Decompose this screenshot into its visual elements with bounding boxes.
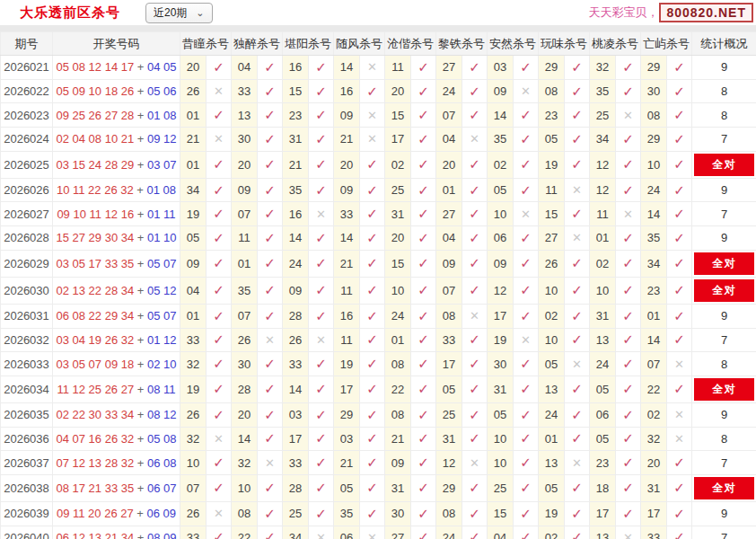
plus-sign: +: [134, 408, 147, 421]
kill-number-cell: 15: [488, 501, 514, 526]
kill-number-cell: 15: [539, 202, 565, 226]
hit-mark-icon: ✓: [411, 56, 436, 80]
promo-badge[interactable]: 800820.NET: [659, 3, 753, 22]
hit-mark-icon: ✓: [667, 451, 692, 475]
hit-mark-icon: ✓: [462, 151, 488, 178]
hit-mark-icon: ✓: [258, 56, 283, 80]
miss-mark-icon: ✕: [514, 202, 539, 226]
stat-cell: 8: [692, 79, 756, 103]
range-select-value: 近20期: [154, 5, 187, 21]
hit-mark-icon: ✓: [360, 474, 385, 501]
hit-mark-icon: ✓: [565, 526, 590, 539]
hit-mark-icon: ✓: [462, 474, 488, 501]
hit-mark-icon: ✓: [514, 376, 539, 402]
period-cell: 2026025: [1, 151, 53, 178]
kill-number-cell: 12: [436, 451, 462, 475]
stat-cell: 9: [692, 178, 756, 202]
hit-mark-icon: ✓: [462, 526, 488, 539]
kill-number-cell: 10: [590, 277, 616, 304]
kill-number-cell: 22: [385, 376, 411, 402]
kill-number-cell: 17: [641, 501, 667, 526]
kill-number-cell: 32: [232, 451, 258, 475]
kill-number-cell: 14: [334, 56, 360, 80]
hit-mark-icon: ✓: [462, 277, 488, 304]
front-numbers: 11 12 25 26 27: [57, 383, 134, 396]
kill-number-cell: 16: [334, 79, 360, 103]
front-numbers: 03 05 17 33 35: [56, 257, 134, 270]
draw-numbers-cell: 02 13 22 28 34 + 05 12: [53, 277, 180, 304]
promo-area: 天天彩宝贝，天 800820.NET: [588, 0, 753, 25]
miss-mark-icon: ✕: [616, 526, 641, 539]
hit-mark-icon: ✓: [514, 226, 539, 251]
hit-mark-icon: ✓: [258, 526, 283, 539]
front-numbers: 02 13 22 28 34: [56, 284, 134, 297]
hit-mark-icon: ✓: [309, 79, 334, 103]
period-cell: 2026031: [1, 304, 53, 328]
hit-mark-icon: ✓: [616, 250, 641, 277]
hit-mark-icon: ✓: [411, 178, 436, 202]
hit-mark-icon: ✓: [667, 376, 692, 402]
hit-mark-icon: ✓: [360, 79, 385, 103]
kill-number-cell: 10: [232, 474, 258, 501]
hit-mark-icon: ✓: [258, 178, 283, 202]
draw-numbers-cell: 10 11 22 26 32 + 01 08: [53, 178, 180, 202]
table-row: 202603808 17 21 33 35 + 06 0707✓10✓28✓05…: [1, 474, 756, 501]
hit-mark-icon: ✓: [667, 328, 692, 352]
kill-number-cell: 05: [488, 402, 514, 427]
hit-mark-icon: ✓: [309, 226, 334, 251]
back-numbers: 05 12: [147, 284, 177, 297]
hit-mark-icon: ✓: [462, 352, 488, 376]
range-select[interactable]: 近20期 ⌄: [145, 3, 213, 23]
col-header: 堪阳杀号: [283, 32, 334, 56]
kill-number-cell: 17: [283, 427, 309, 451]
kill-number-cell: 10: [488, 427, 514, 451]
kill-number-cell: 35: [283, 178, 309, 202]
hit-mark-icon: ✓: [462, 202, 488, 226]
table-row: 202603303 05 07 09 18 + 02 1032✓30✓33✓19…: [1, 352, 756, 376]
front-numbers: 10 11 22 26 32: [57, 183, 134, 197]
front-numbers: 08 17 21 33 35: [56, 482, 134, 495]
kill-number-cell: 13: [590, 328, 616, 352]
draw-numbers-cell: 02 22 30 33 34 + 08 12: [53, 402, 180, 427]
hit-mark-icon: ✓: [411, 79, 436, 103]
hit-mark-icon: ✓: [616, 56, 641, 80]
kill-number-cell: 23: [539, 103, 565, 128]
front-numbers: 03 04 19 26 32: [56, 333, 134, 347]
front-numbers: 06 08 22 29 34: [56, 309, 134, 323]
hit-mark-icon: ✓: [207, 451, 232, 475]
hit-mark-icon: ✓: [360, 304, 385, 328]
hit-mark-icon: ✓: [616, 226, 641, 251]
kill-number-cell: 19: [180, 202, 207, 226]
chevron-down-icon: ⌄: [196, 9, 204, 16]
hit-mark-icon: ✓: [667, 474, 692, 501]
hit-mark-icon: ✓: [462, 79, 488, 103]
hit-mark-icon: ✓: [309, 103, 334, 128]
kill-number-cell: 14: [488, 103, 514, 128]
kill-number-cell: 33: [283, 451, 309, 475]
hit-mark-icon: ✓: [616, 402, 641, 427]
kill-number-cell: 02: [385, 151, 411, 178]
hit-mark-icon: ✓: [565, 376, 590, 402]
miss-mark-icon: ✕: [462, 128, 488, 152]
kill-number-cell: 09: [385, 451, 411, 475]
hit-mark-icon: ✓: [565, 427, 590, 451]
hit-mark-icon: ✓: [616, 328, 641, 352]
kill-number-cell: 06: [590, 402, 616, 427]
kill-number-cell: 27: [385, 526, 411, 539]
kill-number-cell: 31: [641, 474, 667, 501]
hit-mark-icon: ✓: [258, 151, 283, 178]
kill-number-cell: 29: [641, 128, 667, 152]
kill-number-cell: 31: [590, 304, 616, 328]
miss-mark-icon: ✕: [667, 427, 692, 451]
back-numbers: 04 05: [147, 60, 177, 74]
hit-mark-icon: ✓: [514, 103, 539, 128]
kill-number-cell: 11: [232, 226, 258, 251]
kill-number-cell: 35: [334, 501, 360, 526]
hit-mark-icon: ✓: [514, 451, 539, 475]
hit-mark-icon: ✓: [514, 277, 539, 304]
hit-mark-icon: ✓: [565, 328, 590, 352]
kill-number-cell: 07: [180, 474, 207, 501]
kill-number-cell: 02: [488, 151, 514, 178]
stat-cell: 全对: [692, 474, 756, 501]
table-row: 202603411 12 25 26 27 + 08 1119✓28✓14✓17…: [1, 376, 756, 402]
